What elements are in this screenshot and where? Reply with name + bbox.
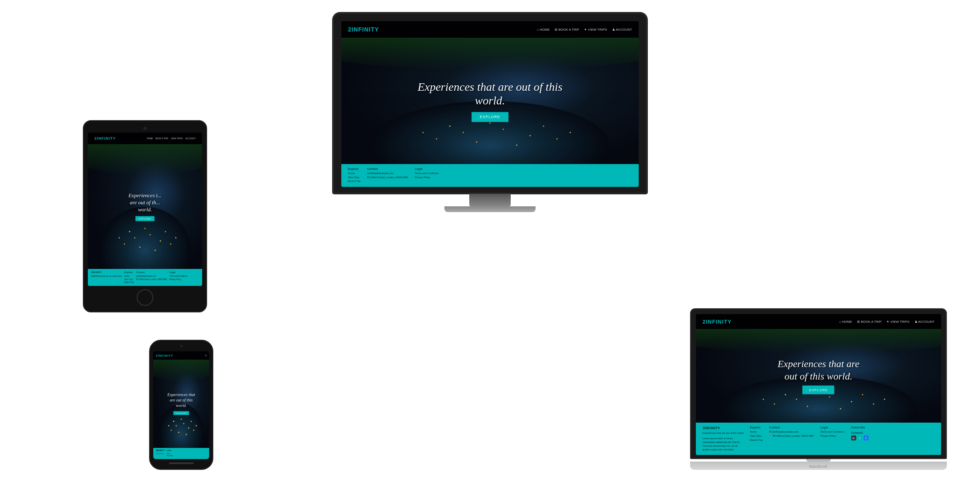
- tablet-footer-explore: Explore Home View Trips Book A Trip: [124, 271, 134, 284]
- phone-body: 2INFINITY ≡ Experiences thatare out of t…: [149, 340, 213, 470]
- footer-book-link[interactable]: Book A Trip: [348, 179, 360, 184]
- laptop-footer-contact: Contact ✉ toinfinity@example.com 📍 85 Gi…: [769, 426, 814, 452]
- phone-hero-bg: Experiences thatare out of thisworld. EX…: [153, 360, 209, 448]
- monitor-hero: Experiences that are out of this world. …: [341, 38, 639, 164]
- phone-explore-btn[interactable]: EXPLORE: [174, 411, 189, 415]
- tablet-footer: 2INFINITY Experiences that are out of th…: [88, 269, 202, 286]
- laptop-hero-heading: Experiences that areout of this world.: [777, 358, 859, 382]
- monitor-nav: 2INFINITY ⌂ HOME ⊞ BOOK A TRIP ✦ VIEW TR…: [341, 21, 639, 38]
- monitor-footer-legal: Legal Terms and Conditions Privacy Polic…: [415, 167, 439, 184]
- nav-account: ♟ ACCOUNT: [612, 28, 632, 31]
- phone-logo: 2INFINITY: [156, 354, 173, 357]
- nav-trips: ✦ VIEW TRIPS: [584, 28, 607, 31]
- tablet-nav-links: HOME BOOK A TRIP VIEW TRIPS ACCOUNT: [147, 137, 196, 140]
- monitor-nav-links: ⌂ HOME ⊞ BOOK A TRIP ✦ VIEW TRIPS ♟ ACCO…: [537, 28, 632, 31]
- laptop-lid: 2INFINITY ⌂ HOME ⊞ BOOK A TRIP ✦ VIEW TR…: [690, 308, 947, 459]
- phone-screen: 2INFINITY ≡ Experiences thatare out of t…: [153, 351, 209, 459]
- laptop-footer: 2INFINITY Experiences that are out of th…: [696, 423, 941, 455]
- footer-trips-link[interactable]: View Trips: [348, 176, 360, 180]
- monitor-base: [444, 206, 536, 212]
- tablet-hero-text: Experiences t...are out of th...world. E…: [128, 192, 162, 221]
- facebook-icon[interactable]: f: [864, 435, 869, 440]
- laptop-hero-bg: Experiences that areout of this world. E…: [696, 329, 941, 423]
- phone-hero: Experiences thatare out of thisworld. EX…: [153, 360, 209, 448]
- phone-notch: [171, 345, 192, 349]
- earth-arc: [341, 38, 639, 69]
- footer-contact-title: Contact: [367, 167, 408, 170]
- tablet-screen: 2INFINITY HOME BOOK A TRIP VIEW TRIPS AC…: [88, 133, 202, 286]
- tablet-home-button[interactable]: [137, 289, 153, 306]
- laptop-hero: Experiences that areout of this world. E…: [696, 329, 941, 423]
- laptop-footer-brand: 2INFINITY Experiences that are out of th…: [702, 426, 743, 452]
- laptop: 2INFINITY ⌂ HOME ⊞ BOOK A TRIP ✦ VIEW TR…: [690, 308, 947, 470]
- logo-suffix: INFINITY: [352, 26, 379, 33]
- laptop-screen: 2INFINITY ⌂ HOME ⊞ BOOK A TRIP ✦ VIEW TR…: [696, 314, 941, 455]
- monitor-body: 2INFINITY ⌂ HOME ⊞ BOOK A TRIP ✦ VIEW TR…: [333, 12, 647, 194]
- phone-footer: 2INFINITY Experiences... Links Home Subs…: [153, 448, 209, 459]
- phone-footer-extra: Links Home Subscribe: [167, 450, 173, 457]
- laptop-footer-explore: Explore Home View Trips Book A Trip: [750, 426, 763, 452]
- footer-explore-title: Explore: [348, 167, 360, 170]
- tablet-hero-bg: Experiences t...are out of th...world. E…: [88, 144, 202, 269]
- phone-hero-text: Experiences thatare out of thisworld. EX…: [167, 392, 195, 416]
- laptop-footer-legal: Legal Terms and Conditions Privacy Polic…: [821, 426, 845, 452]
- monitor-stand: [469, 194, 511, 206]
- tablet-nav: 2INFINITY HOME BOOK A TRIP VIEW TRIPS AC…: [88, 133, 202, 144]
- phone-nav: 2INFINITY ≡: [153, 351, 209, 360]
- monitor-explore-btn[interactable]: EXPLORE: [471, 112, 509, 122]
- desktop-monitor: 2INFINITY ⌂ HOME ⊞ BOOK A TRIP ✦ VIEW TR…: [333, 12, 647, 212]
- monitor-hero-heading: Experiences that are out of this world.: [416, 80, 565, 108]
- footer-legal-title: Legal: [415, 167, 439, 170]
- phone-menu-icon[interactable]: ≡: [205, 354, 207, 357]
- tablet-camera: [143, 127, 147, 130]
- footer-home-link[interactable]: Home: [348, 172, 360, 176]
- laptop-nav: 2INFINITY ⌂ HOME ⊞ BOOK A TRIP ✦ VIEW TR…: [696, 314, 941, 329]
- tablet-footer-contact: Contact toinfinity@example.com 85 Giffor…: [136, 271, 167, 284]
- footer-contact-address: 85 Gifford Road, London, NW10 9BD: [367, 176, 408, 180]
- phone-camera: [180, 345, 183, 347]
- monitor-screen: 2INFINITY ⌂ HOME ⊞ BOOK A TRIP ✦ VIEW TR…: [341, 21, 639, 187]
- scene: 2INFINITY ⌂ HOME ⊞ BOOK A TRIP ✦ VIEW TR…: [0, 0, 980, 503]
- monitor-footer-contact: Contact toinfinity@example.com 85 Giffor…: [367, 167, 408, 184]
- monitor-footer: Explore Home View Trips Book A Trip Cont…: [341, 164, 639, 187]
- phone-hero-heading: Experiences thatare out of thisworld.: [167, 392, 195, 408]
- laptop-footer-subscribe: Subscribe Connect in t f: [851, 426, 869, 452]
- tablet-hero: Experiences t...are out of th...world. E…: [88, 144, 202, 269]
- nav-book: ⊞ BOOK A TRIP: [555, 28, 579, 31]
- monitor-hero-text: Experiences that are out of this world. …: [416, 80, 565, 122]
- monitor-logo: 2INFINITY: [348, 26, 379, 33]
- tablet-footer-brand: 2INFINITY Experiences that are out of th…: [91, 271, 122, 284]
- tablet-logo: 2INFINITY: [94, 136, 116, 140]
- laptop-explore-btn[interactable]: EXPLORE: [803, 386, 835, 394]
- tablet-body: 2INFINITY HOME BOOK A TRIP VIEW TRIPS AC…: [83, 120, 207, 312]
- social-links: in t f: [851, 435, 869, 440]
- tablet-footer-legal: Legal Terms and Conditions Privacy Polic…: [169, 271, 188, 284]
- laptop-nav-links: ⌂ HOME ⊞ BOOK A TRIP ✦ VIEW TRIPS ♟ ACCO…: [839, 320, 934, 324]
- tablet-explore-btn[interactable]: EXPLORE: [135, 216, 155, 221]
- phone: 2INFINITY ≡ Experiences thatare out of t…: [149, 340, 213, 470]
- phone-home-bar: [169, 462, 194, 464]
- phone-footer-brand: 2INFINITY Experiences...: [156, 450, 165, 457]
- twitter-icon[interactable]: t: [857, 435, 862, 440]
- laptop-logo: 2INFINITY: [702, 319, 731, 325]
- footer-terms-link[interactable]: Terms and Conditions: [415, 172, 439, 176]
- linkedin-icon[interactable]: in: [851, 435, 856, 440]
- tablet-hero-heading: Experiences t...are out of th...world.: [128, 192, 162, 213]
- tablet: 2INFINITY HOME BOOK A TRIP VIEW TRIPS AC…: [83, 120, 207, 312]
- logo-prefix: 2: [348, 26, 352, 33]
- laptop-hero-text: Experiences that areout of this world. E…: [777, 358, 859, 394]
- footer-privacy-link[interactable]: Privacy Policy: [415, 176, 439, 180]
- monitor-footer-explore: Explore Home View Trips Book A Trip: [348, 167, 360, 184]
- monitor-hero-bg: Experiences that are out of this world. …: [341, 38, 639, 164]
- nav-home: ⌂ HOME: [537, 28, 550, 31]
- footer-contact-email: toinfinity@example.com: [367, 172, 408, 176]
- laptop-base: [690, 462, 947, 470]
